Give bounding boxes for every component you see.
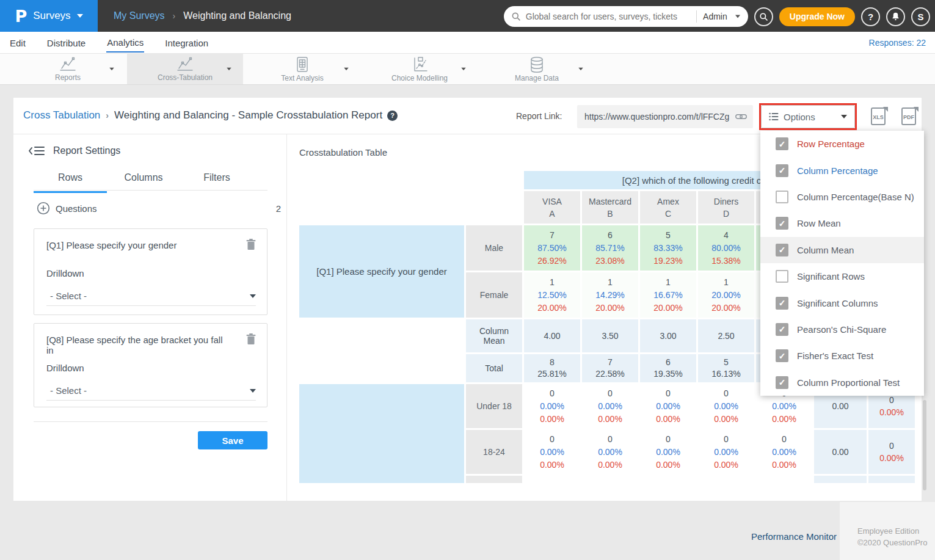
total-cell: 516.13% (698, 354, 754, 382)
checkbox-unchecked-icon[interactable] (776, 191, 788, 203)
tab-analytics[interactable]: Analytics (106, 32, 144, 53)
q1-row-label: [Q1] Please specify your gender (299, 225, 464, 318)
toolbar-item-cross-tabulation[interactable]: Cross-Tabulation (127, 54, 243, 84)
report-help-icon[interactable]: ? (387, 111, 398, 121)
q8-row-label (299, 384, 464, 483)
menu-item-pearsons-chi-square[interactable]: Pearson's Chi-Square (760, 316, 924, 343)
drilldown-select[interactable]: - Select - (46, 381, 256, 401)
export-pdf-button[interactable]: PDF (900, 107, 919, 126)
checkbox-checked-icon[interactable] (776, 217, 788, 230)
menu-item-column-proportional-test[interactable]: Column Proportional Test (760, 369, 924, 396)
help-button[interactable]: ? (861, 7, 880, 26)
link-icon[interactable] (735, 112, 747, 121)
checkbox-checked-icon[interactable] (776, 323, 788, 336)
menu-item-label: Column Percentage(Base N) (797, 192, 914, 202)
notifications-button[interactable] (886, 7, 905, 26)
search-scope-selector[interactable]: Admin (696, 10, 733, 23)
toolbar-item-text-analysis[interactable]: Text Analysis (244, 54, 360, 84)
tab-integration[interactable]: Integration (164, 33, 209, 52)
search-icon (511, 12, 521, 21)
menu-item-label: Column Percentage (797, 165, 878, 176)
folded-corner (914, 107, 919, 112)
cross-tabulation-link[interactable]: Cross Tabulation (23, 109, 100, 122)
checkbox-checked-icon[interactable] (776, 349, 788, 362)
breadcrumb-current-survey: Weighting and Balancing (183, 10, 291, 21)
search-submit-button[interactable] (754, 7, 773, 26)
upgrade-now-button[interactable]: Upgrade Now (779, 7, 855, 26)
row-mean-cell: 0.00 (814, 430, 867, 474)
data-cell: 480.00%15.38% (698, 225, 754, 271)
mean-cell: 2.50 (698, 319, 754, 352)
menu-item-significant-columns[interactable]: Significant Columns (760, 289, 924, 316)
delete-question-button[interactable] (246, 239, 256, 253)
topbar-actions: Admin Upgrade Now ? S (504, 6, 930, 27)
options-button[interactable]: Options (761, 105, 855, 128)
toolbar-item-reports[interactable]: Reports (10, 54, 126, 84)
copyright-label: ©2020 QuestionPro (857, 537, 935, 548)
panel-divider (34, 421, 267, 422)
column-header-visa: VISAA (524, 191, 580, 224)
search-input[interactable] (526, 12, 696, 21)
report-link-url[interactable] (584, 112, 730, 122)
drilldown-label: Drilldown (46, 268, 84, 278)
chevron-down-icon[interactable] (227, 68, 231, 71)
data-cell: 114.29%20.00% (582, 272, 638, 318)
menu-item-column-mean[interactable]: Column Mean (760, 237, 924, 263)
menu-item-row-percentage[interactable]: Row Percentage (760, 131, 924, 157)
question-text: [Q1] Please specify your gender (46, 240, 230, 250)
menu-item-row-mean[interactable]: Row Mean (760, 210, 924, 236)
checkbox-checked-icon[interactable] (776, 244, 788, 256)
checkbox-unchecked-icon[interactable] (776, 270, 788, 283)
document-table-icon (295, 56, 310, 73)
tab-distribute[interactable]: Distribute (46, 33, 86, 52)
report-link-field (577, 105, 753, 128)
total-cell: 825.81% (524, 354, 580, 382)
menu-item-significant-rows[interactable]: Significant Rows (760, 263, 924, 289)
chevron-down-icon[interactable] (109, 68, 114, 71)
menu-item-column-percentage[interactable]: Column Percentage (760, 157, 924, 183)
performance-monitor-link[interactable]: Performance Monitor (635, 531, 837, 542)
product-name: Surveys (33, 10, 70, 22)
crumb-separator: › (106, 111, 109, 120)
checkbox-checked-icon[interactable] (776, 164, 788, 177)
breadcrumb-my-surveys[interactable]: My Surveys (114, 10, 165, 21)
chevron-down-icon[interactable] (344, 68, 349, 71)
account-avatar[interactable]: S (911, 7, 930, 26)
tabs-divider (34, 190, 267, 191)
edition-panel: Employee Edition ©2020 QuestionPro (840, 502, 935, 560)
menu-item-label: Column Mean (797, 245, 854, 255)
menu-item-column-percentage-base-n[interactable]: Column Percentage(Base N) (760, 184, 924, 210)
toolbar-item-choice-modelling[interactable]: Choice Modelling (362, 54, 478, 84)
table-scrollbar[interactable] (923, 400, 926, 490)
chevron-down-icon[interactable] (461, 68, 466, 71)
chevron-down-icon (250, 294, 256, 298)
checkbox-checked-icon[interactable] (776, 297, 788, 310)
mean-cell: 3.50 (582, 319, 638, 352)
tab-edit[interactable]: Edit (9, 33, 26, 52)
drilldown-select[interactable]: - Select - (46, 286, 256, 306)
data-cell: 00.00%0.00% (698, 430, 754, 474)
menu-item-label: Column Proportional Test (797, 377, 900, 388)
breadcrumb-separator: › (173, 11, 176, 21)
collapse-panel-icon[interactable] (29, 145, 45, 156)
toolbar-item-manage-data[interactable]: Manage Data (479, 54, 595, 84)
question-card-q1: [Q1] Please specify your gender Drilldow… (34, 228, 267, 315)
save-button[interactable]: Save (198, 431, 267, 449)
menu-item-fishers-exact-test[interactable]: Fisher's Exact Test (760, 343, 924, 369)
checkbox-checked-icon[interactable] (776, 376, 788, 389)
search-scope-caret-icon[interactable] (735, 15, 740, 18)
report-settings-panel: Report Settings Rows Columns Filters Que… (13, 134, 287, 501)
checkbox-checked-icon[interactable] (776, 137, 788, 150)
responses-count: Responses: 22 (869, 38, 926, 48)
add-question-button[interactable] (37, 202, 50, 215)
export-xls-button[interactable]: XLS (870, 107, 888, 126)
total-cell: 00.00% (868, 430, 915, 474)
questionpro-logo-product-switcher[interactable]: P Surveys (0, 0, 98, 32)
report-link-label: Report Link: (516, 111, 562, 121)
chevron-down-icon[interactable] (578, 68, 583, 71)
row-label-under-18: Under 18 (466, 384, 522, 428)
delete-question-button[interactable] (246, 333, 256, 347)
menu-item-label: Pearson's Chi-Square (797, 324, 886, 335)
row-label-male: Male (466, 225, 522, 271)
global-search: Admin (504, 6, 748, 27)
